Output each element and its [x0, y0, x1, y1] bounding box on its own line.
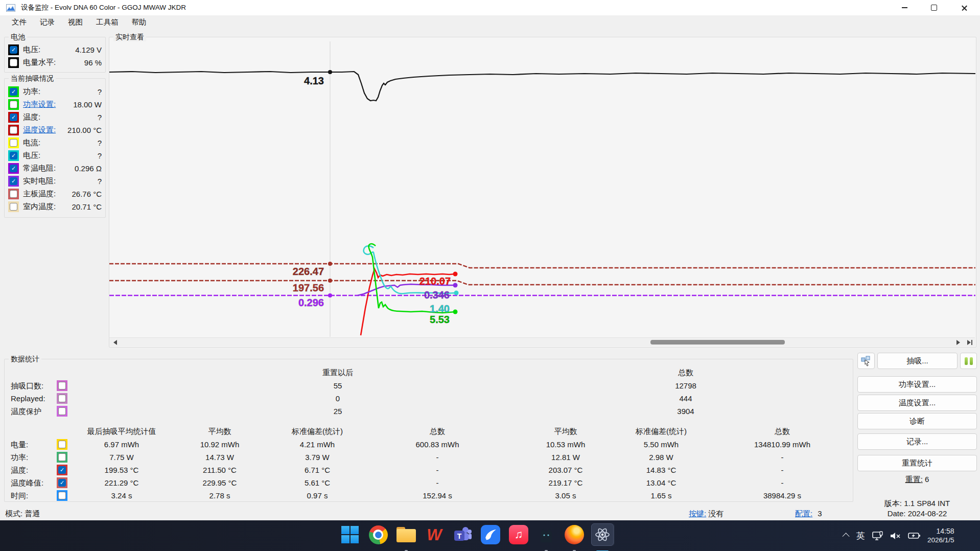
chart-horizontal-scrollbar[interactable] [109, 337, 975, 347]
taskbar-device-monitor-button[interactable] [591, 523, 614, 546]
system-tray: 英 [841, 520, 958, 551]
scroll-right-button[interactable] [953, 338, 963, 347]
power-settings-button[interactable]: 功率设置... [857, 376, 977, 393]
temp-peak-marker-line [109, 264, 975, 268]
menu-record[interactable]: 记录 [33, 15, 61, 29]
svg-text:T: T [457, 532, 462, 540]
taskbar-cat-app-button[interactable] [535, 523, 557, 546]
realtime-chart-title: 实时查看 [113, 33, 146, 41]
cursor-select-button[interactable] [857, 353, 875, 369]
power-stats-checkbox[interactable] [58, 453, 66, 461]
title-bar: 设备监控 - Evolv DNA 60 Color - GGOJ MWAW JK… [0, 0, 980, 15]
scrollbar-thumb[interactable] [650, 340, 785, 345]
minimize-button[interactable] [890, 0, 919, 15]
temperature-settings-button[interactable]: 温度设置... [857, 395, 977, 411]
config-value: 3 [818, 509, 822, 518]
taskbar-file-explorer-button[interactable] [395, 523, 417, 546]
maximize-button[interactable] [919, 0, 948, 15]
power-checkbox[interactable] [10, 88, 17, 96]
taskbar-firefox-button[interactable] [563, 523, 586, 546]
cold-resistance-label: 常温电阻: [23, 164, 56, 173]
temperature-checkbox[interactable] [10, 113, 17, 121]
energy-mean-2: 10.53 mWh [504, 440, 627, 449]
power-setting-checkbox[interactable] [10, 101, 17, 108]
thunder-icon [481, 525, 500, 544]
temperature-stats-checkbox[interactable] [58, 466, 66, 474]
key-link[interactable]: 按键: [689, 509, 706, 518]
pause-button[interactable] [960, 353, 977, 369]
column-since-reset: 重置以后 [287, 368, 389, 378]
taskbar-wps-button[interactable]: W [423, 523, 446, 546]
temp-peak-checkbox[interactable] [58, 479, 66, 487]
close-button[interactable] [948, 0, 980, 15]
taskbar-apple-music-button[interactable] [507, 523, 530, 546]
column-total-2: 总数 [371, 427, 504, 437]
power-setting-color-swatch [8, 99, 19, 110]
battery-voltage-chart-label: 4.13 [304, 75, 324, 86]
puff-count-checkbox[interactable] [58, 382, 66, 389]
menu-file[interactable]: 文件 [5, 15, 33, 29]
diagnostics-button-label: 诊断 [909, 417, 925, 426]
data-statistics-group: 数据统计 重置以后 总数 抽吸口数: 55 12798 Replayed: 0 … [4, 359, 853, 502]
temperature-setting-color-swatch [8, 125, 19, 135]
temp-protect-since: 25 [287, 407, 389, 416]
temperature-setting-link[interactable]: 温度设置: [23, 125, 56, 135]
room-temperature-checkbox[interactable] [10, 203, 17, 211]
coil-voltage-value: ? [98, 151, 102, 160]
taskbar-chrome-button[interactable] [367, 523, 389, 546]
taskbar-teams-button[interactable]: T [451, 523, 474, 546]
current-checkbox[interactable] [10, 139, 17, 147]
energy-checkbox[interactable] [58, 441, 66, 448]
tray-battery-icon[interactable] [904, 525, 924, 546]
config-link[interactable]: 配置: [795, 509, 812, 518]
time-checkbox[interactable] [58, 492, 66, 499]
energy-stddev: 4.21 mWh [266, 440, 368, 449]
room-temperature-label: 室内温度: [23, 202, 56, 212]
realtime-chart-plot[interactable]: 4.13 226.47 197.56 0.296 210.07 0.346 1.… [109, 41, 975, 337]
record-button[interactable]: 记录... [857, 433, 977, 450]
taskbar-thunder-button[interactable] [479, 523, 502, 546]
board-temperature-checkbox[interactable] [10, 190, 17, 198]
temperature-end-dot [453, 272, 458, 277]
energy-color-swatch [57, 439, 67, 450]
tray-network-icon[interactable] [869, 525, 886, 546]
temp-protect-checkbox[interactable] [58, 407, 66, 415]
energy-label: 电量: [11, 440, 28, 450]
temperature-setting-checkbox[interactable] [10, 126, 17, 134]
cold-resistance-checkbox[interactable] [10, 165, 17, 172]
power-setting-row: 功率设置: 18.00 W [8, 99, 102, 110]
tray-clock[interactable]: 14:58 2026/1/5 [924, 525, 958, 546]
temperature-row: 温度: ? [8, 111, 102, 123]
taskbar-windows-start-button[interactable] [339, 523, 361, 546]
device-monitor-window: 设备监控 - Evolv DNA 60 Color - GGOJ MWAW JK… [0, 0, 980, 551]
voltage-value: 4.129 V [75, 45, 102, 54]
battery-level-checkbox[interactable] [10, 59, 17, 66]
tray-language-indicator[interactable]: 英 [853, 525, 869, 546]
pause-icon [965, 357, 973, 365]
board-temperature-value: 26.76 °C [72, 190, 102, 198]
tray-volume-muted-icon[interactable] [886, 525, 904, 546]
replayed-checkbox[interactable] [58, 395, 66, 402]
time-total: 152.94 s [371, 491, 504, 500]
battery-group: 电池 电压: 4.129 V 电量水平: 96 % [4, 37, 106, 73]
temp-peak-total-2: - [716, 478, 849, 487]
tray-chevron-up-icon[interactable] [841, 525, 853, 546]
menu-toolbox[interactable]: 工具箱 [89, 15, 125, 29]
voltage-label: 电压: [23, 45, 40, 55]
reset-link[interactable]: 重置: [905, 475, 923, 484]
reset-statistics-button[interactable]: 重置统计 [857, 455, 977, 471]
voltage-checkbox[interactable] [10, 46, 17, 54]
replayed-label: Replayed: [11, 394, 45, 403]
scroll-left-button[interactable] [110, 338, 120, 347]
coil-voltage-checkbox[interactable] [10, 152, 17, 159]
energy-total-2: 134810.99 mWh [716, 440, 849, 449]
live-resistance-checkbox[interactable] [10, 177, 17, 185]
cold-resistance-value: 0.296 Ω [75, 164, 102, 173]
scroll-to-end-button[interactable] [964, 338, 975, 347]
power-setting-link[interactable]: 功率设置: [23, 100, 56, 109]
menu-help[interactable]: 帮助 [125, 15, 153, 29]
diagnostics-button[interactable]: 诊断 [857, 413, 977, 429]
puff-button[interactable]: 抽吸... [877, 353, 958, 369]
menu-view[interactable]: 视图 [61, 15, 89, 29]
reset-count: 6 [925, 475, 929, 484]
